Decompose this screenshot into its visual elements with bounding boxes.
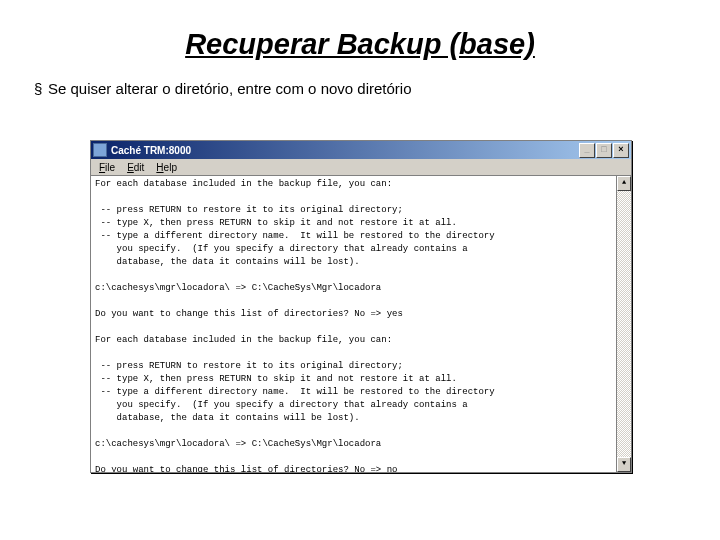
menu-file[interactable]: File: [93, 162, 121, 173]
close-button[interactable]: ×: [613, 143, 629, 158]
slide-title: Recuperar Backup (base): [0, 28, 720, 61]
window-title: Caché TRM:8000: [111, 145, 579, 156]
bullet-text: Se quiser alterar o diretório, entre com…: [48, 80, 412, 97]
titlebar: Caché TRM:8000 _ □ ×: [91, 141, 631, 159]
menu-help[interactable]: Help: [150, 162, 183, 173]
menu-edit[interactable]: Edit: [121, 162, 150, 173]
minimize-button[interactable]: _: [579, 143, 595, 158]
scroll-track[interactable]: [617, 191, 631, 457]
app-icon: [93, 143, 107, 157]
terminal-window: Caché TRM:8000 _ □ × File Edit Help For …: [90, 140, 632, 473]
terminal-output[interactable]: For each database included in the backup…: [91, 176, 616, 472]
maximize-button[interactable]: □: [596, 143, 612, 158]
bullet-glyph: §: [34, 80, 48, 97]
menubar: File Edit Help: [91, 159, 631, 176]
terminal-client-area: For each database included in the backup…: [91, 176, 631, 472]
vertical-scrollbar[interactable]: ▲ ▼: [616, 176, 631, 472]
scroll-up-button[interactable]: ▲: [617, 176, 631, 191]
window-controls: _ □ ×: [579, 143, 629, 158]
bullet-line: §Se quiser alterar o diretório, entre co…: [34, 80, 720, 97]
scroll-down-button[interactable]: ▼: [617, 457, 631, 472]
